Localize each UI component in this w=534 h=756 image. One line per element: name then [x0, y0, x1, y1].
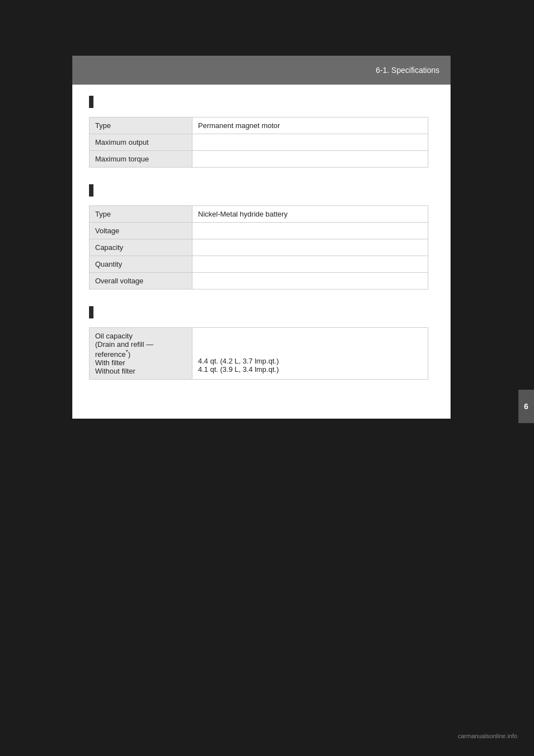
- table-row: Type Nickel-Metal hydride battery: [90, 206, 428, 223]
- motor-section-indicator: [89, 96, 93, 108]
- motor-type-value: Permanent magnet motor: [192, 117, 428, 134]
- battery-capacity-value: [192, 239, 428, 256]
- header-bar: 6-1. Specifications: [72, 56, 451, 85]
- main-content: Type Permanent magnet motor Maximum outp…: [72, 85, 451, 419]
- table-row: Quantity: [90, 256, 428, 273]
- battery-overall-voltage-value: [192, 273, 428, 289]
- side-tab-label: 6: [524, 402, 528, 411]
- header-title: 6-1. Specifications: [376, 66, 439, 75]
- table-row: Overall voltage: [90, 273, 428, 289]
- motor-max-torque-value: [192, 151, 428, 168]
- table-row: Capacity: [90, 239, 428, 256]
- oil-section-title-bar: [89, 306, 428, 323]
- battery-table: Type Nickel-Metal hydride battery Voltag…: [89, 205, 428, 289]
- motor-type-label: Type: [90, 117, 192, 134]
- oil-label-line2: (Drain and refill —: [95, 340, 154, 348]
- oil-section-indicator: [89, 306, 93, 318]
- oil-without-filter-value: 4.1 qt. (3.9 L, 3.4 lmp.qt.): [198, 365, 279, 374]
- battery-type-label: Type: [90, 206, 192, 223]
- motor-section-title-bar: [89, 96, 428, 112]
- watermark: carmanualsonline.info: [458, 733, 517, 739]
- table-row: Oil capacity (Drain and refill — referen…: [90, 328, 428, 380]
- side-tab: 6: [518, 390, 534, 423]
- table-row: Type Permanent magnet motor: [90, 117, 428, 134]
- motor-max-output-label: Maximum output: [90, 134, 192, 151]
- motor-max-output-value: [192, 134, 428, 151]
- oil-section: Oil capacity (Drain and refill — referen…: [89, 306, 428, 380]
- oil-label-line4: With filter: [95, 359, 125, 367]
- oil-with-filter-value: 4.4 qt. (4.2 L, 3.7 lmp.qt.): [198, 357, 279, 365]
- oil-capacity-value: 4.4 qt. (4.2 L, 3.7 lmp.qt.) 4.1 qt. (3.…: [192, 328, 428, 380]
- battery-section-title-bar: [89, 184, 428, 201]
- motor-section: Type Permanent magnet motor Maximum outp…: [89, 96, 428, 168]
- battery-voltage-value: [192, 223, 428, 239]
- oil-label-line1: Oil capacity: [95, 332, 132, 340]
- battery-overall-voltage-label: Overall voltage: [90, 273, 192, 289]
- oil-label-line3: reference*): [95, 350, 130, 359]
- table-row: Maximum torque: [90, 151, 428, 168]
- battery-capacity-label: Capacity: [90, 239, 192, 256]
- battery-section: Type Nickel-Metal hydride battery Voltag…: [89, 184, 428, 289]
- content-area: 6-1. Specifications Type Permanent magne…: [72, 56, 451, 419]
- table-row: Maximum output: [90, 134, 428, 151]
- table-row: Voltage: [90, 223, 428, 239]
- battery-type-value: Nickel-Metal hydride battery: [192, 206, 428, 223]
- motor-table: Type Permanent magnet motor Maximum outp…: [89, 117, 428, 168]
- battery-quantity-label: Quantity: [90, 256, 192, 273]
- battery-section-indicator: [89, 184, 93, 197]
- oil-label-line5: Without filter: [95, 367, 135, 375]
- oil-table: Oil capacity (Drain and refill — referen…: [89, 327, 428, 380]
- motor-max-torque-label: Maximum torque: [90, 151, 192, 168]
- oil-capacity-label: Oil capacity (Drain and refill — referen…: [90, 328, 192, 380]
- battery-voltage-label: Voltage: [90, 223, 192, 239]
- battery-quantity-value: [192, 256, 428, 273]
